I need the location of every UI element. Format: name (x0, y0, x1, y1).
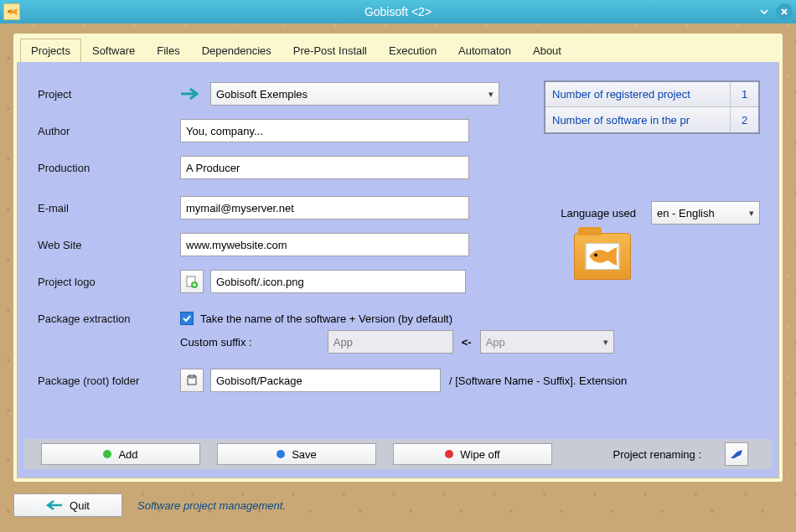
action-bar: Add Save Wipe off Project renaming : (24, 439, 772, 469)
label-custom-suffix: Custom suffix : (180, 336, 252, 349)
window-title: Gobisoft <2> (0, 5, 796, 18)
default-name-label: Take the name of the software + Version … (200, 312, 452, 325)
browse-folder-button[interactable] (180, 369, 204, 392)
stats-projects-count: 1 (730, 82, 758, 106)
tab-software[interactable]: Software (81, 39, 146, 62)
tab-files[interactable]: Files (146, 39, 190, 62)
language-select[interactable]: en - English ▾ (651, 201, 760, 225)
label-production: Production (38, 162, 180, 174)
project-select[interactable]: Gobisoft Exemples ▾ (210, 82, 499, 106)
root-suffix-hint: / [Software Name - Suffix]. Extension (449, 374, 627, 387)
rename-button[interactable] (725, 442, 748, 466)
projects-panel: Project Gobisoft Exemples ▾ Author Produ… (17, 62, 779, 478)
arrow-left-icon (46, 499, 63, 511)
stats-software-label: Number of software in the pr (545, 114, 730, 127)
stats-row-software: Number of software in the pr 2 (545, 107, 758, 132)
production-input[interactable] (180, 156, 469, 179)
tab-automaton[interactable]: Automaton (447, 39, 522, 62)
chevron-down-icon: ▾ (603, 337, 608, 348)
label-logo: Project logo (38, 276, 180, 288)
stats-panel: Number of registered project 1 Number of… (544, 80, 760, 134)
suffix-arrow-label: <- (462, 336, 472, 349)
tab-execution[interactable]: Execution (378, 39, 447, 62)
tab-prepost[interactable]: Pre-Post Install (282, 39, 378, 62)
label-website: Web Site (38, 239, 180, 251)
suffix-select-value: App (486, 336, 505, 349)
default-name-checkbox[interactable] (180, 312, 194, 325)
tab-about[interactable]: About (522, 39, 572, 62)
website-input[interactable] (180, 233, 469, 256)
tab-projects[interactable]: Projects (20, 39, 81, 63)
dot-red-icon (445, 450, 453, 458)
label-language: Language used (561, 207, 636, 220)
chevron-down-icon: ▾ (749, 208, 754, 219)
project-select-value: Gobisoft Exemples (216, 88, 308, 101)
suffix-select: App ▾ (480, 330, 614, 354)
label-pkg-extract: Package extraction (38, 312, 180, 325)
stats-projects-label: Number of registered project (545, 88, 730, 101)
stats-software-count: 2 (730, 107, 758, 132)
chevron-down-icon: ▾ (488, 89, 494, 100)
root-folder-input[interactable] (210, 369, 441, 392)
close-button[interactable] (776, 3, 793, 20)
logo-preview-icon (574, 233, 631, 280)
app-icon (3, 3, 20, 20)
arrow-right-icon (180, 86, 204, 101)
tab-strip: Projects Software Files Dependencies Pre… (17, 37, 779, 62)
main-card: Projects Software Files Dependencies Pre… (13, 34, 783, 482)
label-project: Project (38, 88, 180, 101)
stats-row-projects: Number of registered project 1 (545, 82, 758, 107)
browse-logo-button[interactable] (180, 270, 204, 293)
quit-button[interactable]: Quit (13, 493, 122, 517)
add-button[interactable]: Add (41, 443, 200, 465)
label-author: Author (38, 125, 180, 137)
label-email: E-mail (38, 202, 180, 214)
svg-point-5 (594, 254, 597, 257)
status-text: Software project management. (137, 499, 286, 512)
email-input[interactable] (180, 196, 469, 220)
dot-blue-icon (277, 450, 285, 458)
titlebar: Gobisoft <2> (0, 0, 796, 23)
wipe-button[interactable]: Wipe off (393, 443, 552, 465)
minimize-button[interactable] (756, 3, 773, 20)
footer: Quit Software project management. (13, 490, 783, 520)
svg-point-0 (8, 11, 9, 12)
author-input[interactable] (180, 119, 469, 142)
save-button[interactable]: Save (217, 443, 376, 465)
rename-label: Project renaming : (613, 448, 702, 461)
language-select-value: en - English (657, 207, 715, 220)
tab-dependencies[interactable]: Dependencies (191, 39, 282, 62)
logo-path-input[interactable] (210, 270, 466, 293)
label-pkg-folder: Package (root) folder (38, 374, 180, 387)
suffix-input (328, 330, 453, 354)
dot-green-icon (103, 450, 111, 458)
